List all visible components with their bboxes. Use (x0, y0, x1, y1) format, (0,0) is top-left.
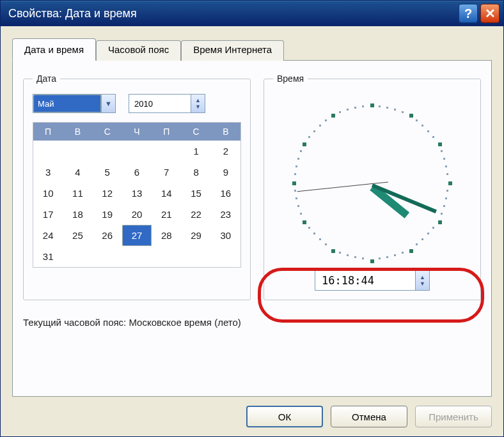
tab-datetime[interactable]: Дата и время (12, 38, 96, 61)
clock-tick (297, 205, 299, 207)
calendar-day (152, 246, 181, 267)
clock-tick (370, 103, 374, 107)
calendar-day[interactable]: 8 (181, 162, 210, 183)
clock-tick (438, 142, 442, 146)
calendar-day[interactable]: 19 (93, 204, 122, 225)
window-title: Свойства: Дата и время (8, 7, 456, 20)
calendar-day (181, 246, 210, 267)
clock-tick (295, 197, 297, 199)
clock-tick (303, 220, 306, 224)
calendar-day[interactable]: 11 (63, 183, 92, 204)
ok-button[interactable]: ОК (246, 406, 323, 427)
calendar-weekday: В (211, 123, 240, 141)
clock-tick (295, 165, 297, 167)
calendar-day[interactable]: 31 (33, 246, 63, 267)
calendar-day[interactable]: 17 (33, 204, 63, 225)
clock-tick (409, 114, 413, 118)
clock-tick (432, 136, 434, 138)
clock-tick (319, 125, 321, 126)
calendar-day[interactable]: 18 (63, 204, 92, 225)
calendar-day[interactable]: 2 (211, 141, 240, 162)
calendar-day[interactable]: 28 (152, 225, 181, 246)
clock-tick (347, 254, 349, 256)
month-value: Май (33, 95, 101, 112)
calendar-header: ПВСЧПСВ (33, 123, 240, 141)
time-value: 16:18:44 (315, 271, 415, 290)
clock-tick (421, 125, 423, 126)
tab-timezone[interactable]: Часовой пояс (96, 40, 181, 61)
calendar-day[interactable]: 13 (122, 183, 152, 204)
clock-tick (386, 256, 388, 258)
calendar-day[interactable]: 27 (122, 225, 152, 246)
time-row: 16:18:44 ▲ ▼ (273, 270, 471, 291)
date-controls: Май ▼ 2010 ▲ ▼ (33, 94, 241, 113)
calendar-day[interactable]: 24 (33, 225, 63, 246)
calendar-day[interactable]: 23 (211, 204, 240, 225)
calendar-day[interactable]: 30 (211, 225, 240, 246)
clock-tick (362, 257, 364, 259)
calendar-day[interactable]: 15 (181, 183, 210, 204)
date-group: Дата Май ▼ 2010 ▲ ▼ (23, 73, 251, 300)
clock-tick (421, 238, 423, 240)
calendar-day[interactable]: 1 (181, 141, 210, 162)
clock-tick (443, 205, 445, 207)
calendar-day[interactable]: 4 (63, 162, 92, 183)
calendar-day[interactable]: 9 (211, 162, 240, 183)
calendar-day[interactable]: 29 (181, 225, 210, 246)
calendar-day[interactable]: 16 (211, 183, 240, 204)
timezone-status: Текущий часовой пояс: Московское время (… (23, 317, 481, 328)
clock-second-hand-tail (372, 181, 388, 184)
year-spinner[interactable]: 2010 ▲ ▼ (129, 94, 205, 113)
date-group-label: Дата (33, 73, 60, 84)
calendar-day[interactable]: 12 (93, 183, 122, 204)
calendar-day[interactable]: 25 (63, 225, 92, 246)
calendar: ПВСЧПСВ 12345678910111213141516171819202… (33, 122, 241, 268)
month-dropdown-button[interactable]: ▼ (101, 95, 115, 112)
cancel-button[interactable]: Отмена (331, 406, 407, 427)
clock-tick (402, 252, 404, 254)
clock-tick (292, 181, 296, 185)
tab-internet-time[interactable]: Время Интернета (181, 40, 284, 61)
calendar-day[interactable]: 5 (93, 162, 122, 183)
time-spinner[interactable]: 16:18:44 ▲ ▼ (315, 270, 430, 291)
calendar-day[interactable]: 20 (122, 204, 152, 225)
calendar-day[interactable]: 21 (152, 204, 181, 225)
time-group: Время 16:18:44 ▲ ▼ (264, 73, 481, 300)
year-up-icon[interactable]: ▲ (195, 97, 201, 103)
calendar-day[interactable]: 6 (122, 162, 152, 183)
calendar-day[interactable]: 3 (33, 162, 63, 183)
clock-tick (370, 259, 374, 263)
clock-tick (297, 158, 299, 160)
clock-tick (441, 213, 443, 215)
year-down-icon[interactable]: ▼ (195, 103, 201, 110)
time-up-icon[interactable]: ▲ (420, 274, 425, 280)
close-button[interactable]: ✕ (480, 4, 500, 23)
clock-tick (354, 107, 356, 109)
calendar-day[interactable]: 10 (33, 183, 63, 204)
clock-tick (362, 105, 364, 107)
calendar-weekday: Ч (122, 123, 152, 141)
clock-tick (394, 109, 396, 111)
clock-tick (300, 213, 302, 215)
clock-hour-hand (370, 184, 409, 218)
help-button[interactable]: ? (459, 4, 478, 23)
clock-tick (294, 190, 296, 192)
calendar-weekday: С (93, 123, 122, 141)
calendar-weekday: С (181, 123, 210, 141)
calendar-day[interactable]: 22 (181, 204, 210, 225)
calendar-day[interactable]: 7 (152, 162, 181, 183)
calendar-weekday: В (63, 123, 92, 141)
clock-tick (427, 233, 429, 234)
month-combo[interactable]: Май ▼ (33, 94, 116, 113)
calendar-weekday: П (33, 123, 63, 141)
calendar-day[interactable]: 14 (152, 183, 181, 204)
clock-tick (325, 119, 327, 121)
date-time-row: Дата Май ▼ 2010 ▲ ▼ (23, 73, 481, 300)
clock-tick (303, 142, 306, 146)
calendar-day (122, 246, 152, 267)
clock-tick (313, 130, 315, 132)
time-down-icon[interactable]: ▼ (420, 280, 425, 287)
calendar-day[interactable]: 26 (93, 225, 122, 246)
calendar-day (211, 246, 240, 267)
clock-tick (325, 243, 327, 245)
